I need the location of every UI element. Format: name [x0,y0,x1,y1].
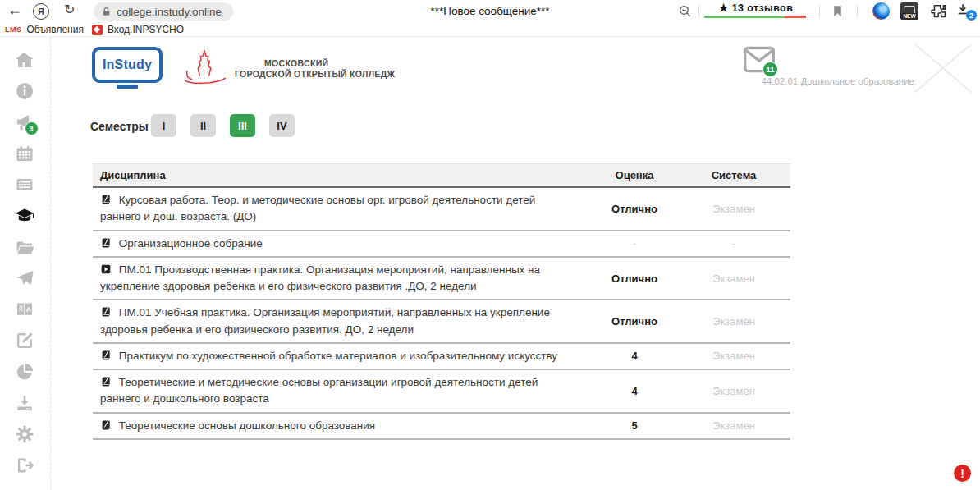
sidebar-item-translate[interactable]: A [15,300,36,319]
avatar-placeholder [911,42,975,94]
col-header-grade: Оценка [592,169,677,181]
gear-icon [15,424,34,444]
bookmark-item[interactable]: LMSОбъявления [5,24,84,35]
browser-toolbar: ← Я ↻ college.instudy.online ***Новое со… [0,0,980,23]
book-icon [100,194,112,205]
table-row[interactable]: ПМ.01 Производственная практика. Организ… [93,258,790,301]
home-icon [15,50,34,70]
browser-window: ← Я ↻ college.instudy.online ***Новое со… [0,0,980,490]
discipline-cell: Теоретические и методические основы орга… [93,374,592,408]
system-cell: Экзамен [677,203,790,215]
table-row[interactable]: Теоретические основы дошкольного образов… [93,414,790,440]
sidebar-item-logout[interactable] [15,456,36,475]
book-icon [100,376,112,387]
sidebar: 3A [0,37,51,490]
book-icon [100,419,112,431]
bookmarks-bar: LMSОбъявленияВход.INPSYCHO [0,23,980,37]
new-badge: NEW [900,13,918,20]
bookmark-flag-icon[interactable] [831,3,845,19]
bookmark-item[interactable]: Вход.INPSYCHO [92,24,184,35]
grade-cell: Отлично [592,203,677,215]
reviews-label: 13 отзывов [732,2,794,14]
instudy-monitor-icon: InStudy [92,47,163,83]
main-content: Семестры IIIIIIIV Дисциплина Оценка Сист… [51,100,980,490]
sidebar-item-folder[interactable] [15,237,36,257]
search-zoom-icon[interactable] [678,4,692,18]
sidebar-item-info[interactable] [15,81,36,101]
sidebar-item-pie-chart[interactable] [15,362,36,382]
system-cell: Экзамен [677,385,790,397]
bookmark-label: Вход.INPSYCHO [108,24,184,35]
translate-icon: A [15,300,34,319]
reviews-button[interactable]: ★ 13 отзывов [704,2,808,18]
sidebar-item-gear[interactable] [15,424,36,444]
semester-buttons: IIIIIIIV [151,114,295,137]
url-text: college.instudy.online [117,6,222,18]
sidebar-item-list-card[interactable] [15,175,36,195]
col-header-discipline: Дисциплина [93,169,592,181]
sidebar-item-megaphone[interactable]: 3 [15,112,36,132]
table-row[interactable]: Курсовая работа. Теор. и методические ос… [93,188,790,231]
table-row[interactable]: ПМ.01 Учебная практика. Организация меро… [93,300,790,344]
system-cell: Экзамен [677,315,790,327]
table-row[interactable]: Организационное собрание-- [93,231,790,258]
table-row[interactable]: Теоретические и методические основы орга… [93,370,790,414]
college-name-line2: ГОРОДСКОЙ ОТКРЫТЫЙ КОЛЛЕДЖ [235,69,395,80]
sidebar-item-download[interactable] [15,393,36,413]
sidebar-item-edit[interactable] [15,331,36,350]
star-icon: ★ [719,2,729,14]
college-logo: МОСКОВСКИЙ ГОРОДСКОЙ ОТКРЫТЫЙ КОЛЛЕДЖ [181,48,395,86]
grade-cell: - [592,237,677,250]
discipline-cell: Курсовая работа. Теор. и методические ос… [93,192,592,226]
sidebar-item-send[interactable] [15,268,36,288]
inpsycho-logo-icon [92,25,103,35]
play-icon [100,263,112,275]
bookmark-label: Объявления [27,24,84,35]
downloads-button[interactable]: 2 [955,2,977,21]
semester-button-III[interactable]: III [230,114,255,137]
semester-button-II[interactable]: II [190,114,216,137]
college-name-line1: МОСКОВСКИЙ [264,58,395,69]
system-cell: Экзамен [677,419,790,432]
sidebar-item-calendar[interactable] [15,144,36,163]
separator [857,4,858,18]
grade-cell: 5 [592,419,677,432]
download-arrow-icon [960,4,965,11]
folder-icon [15,237,34,257]
error-notification-icon[interactable]: ! [954,465,971,482]
send-icon [15,268,34,288]
semester-button-IV[interactable]: IV [269,114,295,137]
extensions-puzzle-icon[interactable] [930,2,948,21]
semesters-label: Семестры [90,120,149,133]
reviews-rating-bar [704,16,806,18]
separator [698,4,699,18]
sidebar-item-home[interactable] [15,50,36,70]
list-card-icon [15,175,34,195]
mail-count-badge: 11 [762,62,778,77]
brand-name: InStudy [103,57,152,72]
discipline-cell: Теоретические основы дошкольного образов… [93,418,592,434]
grade-cell: 4 [592,350,677,362]
semester-button-I[interactable]: I [151,114,176,137]
graduation-cap-icon [15,206,34,226]
pie-chart-icon [15,362,34,382]
notification-badge: 3 [25,121,39,135]
col-header-system: Система [677,169,790,181]
program-name: 44.02.01 Дошкольное образование [761,76,914,86]
mail-button[interactable]: 11 [743,46,781,79]
download-icon [15,393,34,413]
grade-cell: Отлично [592,272,677,285]
back-icon[interactable]: ← [7,2,22,17]
address-bar[interactable]: college.instudy.online [94,2,233,21]
edit-icon [15,331,34,350]
refresh-icon[interactable]: ↻ [64,2,75,17]
grade-cell: 4 [592,385,677,397]
logout-icon [15,456,34,475]
yandex-browser-icon[interactable]: Я [33,3,49,20]
instudy-logo[interactable]: InStudy [92,47,163,89]
extension-browser-icon[interactable] [872,2,890,20]
book-icon [100,350,112,361]
sidebar-item-graduation-cap[interactable] [15,206,36,226]
extension-new-icon[interactable]: NEW [900,2,918,20]
table-row[interactable]: Практикум по художественной обработке ма… [93,344,790,370]
